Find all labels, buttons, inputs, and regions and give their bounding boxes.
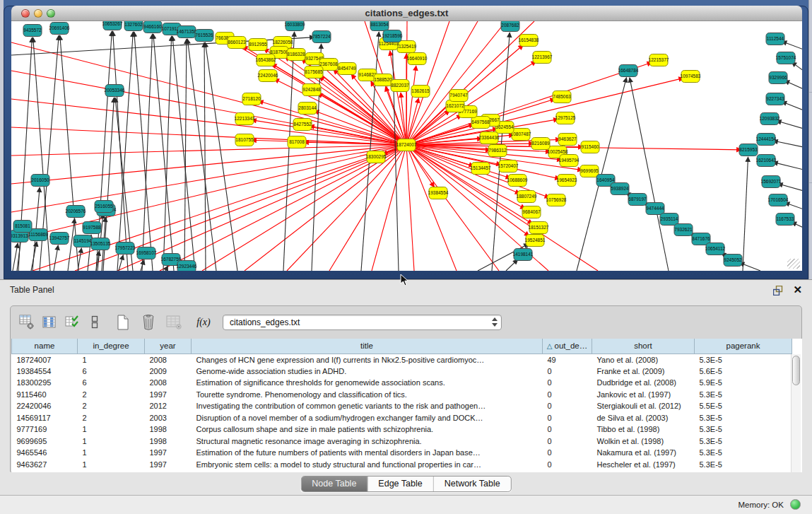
column-visibility-button[interactable] xyxy=(40,314,59,331)
graph-node[interactable]: 2087682 xyxy=(501,21,519,32)
window-titlebar[interactable]: citations_edges.txt xyxy=(11,6,802,21)
tab-network-table[interactable]: Network Table xyxy=(433,477,511,491)
graph-node[interactable]: 2016050 xyxy=(31,175,49,187)
graph-node[interactable]: 9197588 xyxy=(83,222,101,234)
graph-edge-selected[interactable] xyxy=(33,145,406,271)
graph-node-selected[interactable]: 19495794 xyxy=(559,155,579,167)
graph-node-selected[interactable]: 12215377 xyxy=(649,54,669,66)
tab-edge-table[interactable]: Edge Table xyxy=(367,477,433,491)
graph-edge[interactable] xyxy=(78,248,81,271)
graph-node[interactable]: 7857224 xyxy=(312,31,331,43)
graph-node[interactable]: 16033809 xyxy=(285,21,305,31)
graph-node-selected[interactable]: 817008 xyxy=(288,136,306,148)
graph-edge-selected[interactable] xyxy=(11,71,406,145)
graph-node-selected[interactable]: 19524851 xyxy=(525,235,546,247)
graph-edge[interactable] xyxy=(54,245,58,271)
graph-edge[interactable] xyxy=(283,32,295,271)
graph-node[interactable]: 8215953 xyxy=(739,144,758,156)
graph-node[interactable]: 12093832 xyxy=(760,113,780,125)
graph-node-selected[interactable]: 18807249 xyxy=(517,191,537,203)
graph-node[interactable]: 815081 xyxy=(13,221,32,233)
graph-node-selected[interactable]: 1588520 xyxy=(374,74,392,86)
scrollbar-thumb[interactable] xyxy=(792,356,800,385)
graph-edge-selected[interactable] xyxy=(11,145,406,212)
graph-node-selected[interactable]: 16543862 xyxy=(256,54,276,66)
graph-node-selected[interactable]: 15134457 xyxy=(471,163,491,175)
table-selector-dropdown[interactable]: citations_edges.txt xyxy=(223,315,502,330)
select-rows-button[interactable] xyxy=(63,314,81,331)
graph-node[interactable]: 20691406 xyxy=(49,23,70,35)
row-height-button[interactable] xyxy=(86,314,104,331)
graph-node-selected[interactable]: 16640910 xyxy=(407,53,428,65)
graph-edge[interactable] xyxy=(165,266,168,271)
graph-node[interactable]: 13505135 xyxy=(90,238,111,250)
graph-edge[interactable] xyxy=(778,184,802,191)
table-row[interactable]: 977716911998Corpus callosum shape and si… xyxy=(12,424,792,436)
graph-node[interactable]: 20206576 xyxy=(66,206,86,218)
graph-node[interactable]: 2935114 xyxy=(660,214,678,226)
graph-node[interactable]: 17957223 xyxy=(115,243,136,255)
network-canvas[interactable]: 1872400789129551822605881875088186328932… xyxy=(11,21,802,271)
table-row[interactable]: 1830029562008Estimation of significance … xyxy=(12,377,792,389)
graph-edge[interactable] xyxy=(117,32,133,271)
graph-node-selected[interactable]: 8822037 xyxy=(391,80,409,92)
graph-node[interactable]: 9474444 xyxy=(646,203,664,215)
float-window-icon[interactable] xyxy=(773,286,784,296)
graph-edge[interactable] xyxy=(630,78,669,271)
graph-node[interactable]: 16648784 xyxy=(618,65,639,77)
graph-node-selected[interactable]: 6497568 xyxy=(471,117,490,129)
graph-node[interactable]: 9227343 xyxy=(766,93,784,105)
graph-node[interactable]: 1327602 xyxy=(124,21,143,31)
graph-node[interactable]: 2516055 xyxy=(95,201,113,213)
graph-node[interactable]: 15751074 xyxy=(776,52,796,64)
graph-node-selected[interactable]: 12975125 xyxy=(555,112,576,124)
table-row[interactable]: 946554611997Estimation of the future num… xyxy=(12,447,792,459)
graph-node-selected[interactable]: 19654923 xyxy=(557,175,577,187)
graph-edge-selected[interactable] xyxy=(11,145,406,240)
graph-edge[interactable] xyxy=(13,243,18,271)
tab-node-table[interactable]: Node Table xyxy=(301,477,367,491)
close-panel-icon[interactable]: ✕ xyxy=(793,284,802,296)
table-row[interactable]: 1456911722003Disruption of a novel membe… xyxy=(12,412,792,424)
graph-node-selected[interactable]: 8186328 xyxy=(287,49,305,61)
graph-edge-selected[interactable] xyxy=(117,145,406,271)
graph-edge[interactable] xyxy=(184,39,187,271)
graph-node[interactable]: 10654112 xyxy=(705,243,726,255)
graph-node-selected[interactable]: 9242848 xyxy=(302,84,321,96)
graph-node-selected[interactable]: 11325419 xyxy=(396,41,417,53)
graph-node-selected[interactable]: 9463627 xyxy=(558,134,577,146)
graph-edge[interactable] xyxy=(392,43,399,271)
new-column-button[interactable] xyxy=(114,314,132,331)
table-row[interactable]: 969969511998Structural magnetic resonanc… xyxy=(12,436,792,448)
graph-node-selected[interactable]: 15720407 xyxy=(498,160,519,173)
graph-node-selected[interactable]: 19384554 xyxy=(428,187,449,199)
graph-node[interactable]: 13942757 xyxy=(49,233,70,245)
graph-node[interactable]: 9245052 xyxy=(724,255,742,267)
graph-edge[interactable] xyxy=(153,34,174,271)
graph-edge[interactable] xyxy=(777,121,802,129)
column-header[interactable]: title xyxy=(192,339,543,354)
column-header[interactable]: △out_de… xyxy=(543,339,592,354)
graph-edge-selected[interactable] xyxy=(202,145,406,271)
graph-node[interactable]: 17016504 xyxy=(768,194,789,206)
graph-edge-selected[interactable] xyxy=(406,145,414,271)
column-header[interactable]: pagerank xyxy=(695,339,792,354)
graph-node[interactable]: 12444154 xyxy=(756,134,777,146)
graph-node-selected[interactable]: 9684067 xyxy=(522,206,541,218)
graph-node-selected[interactable]: 7940747 xyxy=(449,90,468,102)
graph-node-selected[interactable]: 12213967 xyxy=(532,52,553,64)
delete-column-button[interactable] xyxy=(139,314,158,331)
graph-node-selected[interactable]: 12213343 xyxy=(235,113,255,125)
graph-node-selected[interactable]: 2803144 xyxy=(298,103,317,115)
table-row[interactable]: 946362711997Embryonic stem cells: a mode… xyxy=(12,459,792,471)
graph-node-selected[interactable]: 10688609 xyxy=(507,175,528,187)
graph-node[interactable]: 1167533 xyxy=(776,214,794,226)
graph-node[interactable]: 9435572 xyxy=(23,25,42,37)
graph-node-selected[interactable]: 18724007 xyxy=(396,139,417,151)
graph-node-selected[interactable]: 8454749 xyxy=(338,63,356,75)
column-header[interactable]: in_degree xyxy=(78,339,145,354)
graph-node[interactable]: 16210643 xyxy=(756,155,777,167)
graph-edge[interactable] xyxy=(773,162,802,170)
graph-node-selected[interactable]: 8216089 xyxy=(531,138,550,150)
function-builder-button[interactable]: f(x) xyxy=(194,314,213,331)
